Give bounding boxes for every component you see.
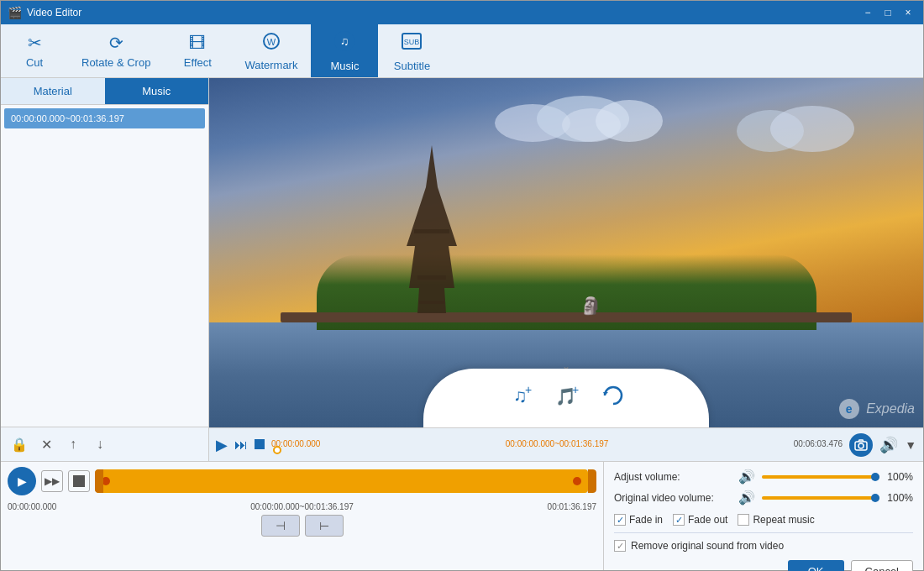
original-volume-thumb [871, 494, 879, 502]
track-controls: ▶ ▶▶ [8, 467, 596, 495]
fade-out-checkbox[interactable] [673, 514, 685, 526]
adjust-volume-slider[interactable] [762, 475, 879, 479]
track-start-time: 00:00:00.000 [8, 502, 56, 511]
original-volume-fill [762, 496, 879, 500]
tab-subtitle-label: Subtitle [394, 60, 430, 72]
remove-sound-label: Remove original sound from video [631, 540, 784, 552]
add-music-transport-button[interactable]: ♫ + [507, 382, 533, 414]
tab-cut[interactable]: ✂ Cut [1, 24, 68, 77]
bridge [281, 312, 852, 322]
add-music-icon: ♫ + [507, 382, 533, 409]
track-fill [95, 469, 588, 493]
move-up-button[interactable]: ↑ [61, 432, 85, 456]
fade-in-item: Fade in [614, 514, 663, 526]
tab-effect[interactable]: 🎞 Effect [164, 24, 231, 77]
up-arrow-icon: ↑ [70, 437, 76, 452]
timeline-expand-button[interactable]: ▼ [905, 438, 916, 452]
lock-icon: 🔒 [11, 437, 28, 453]
fade-in-checkbox[interactable] [614, 514, 626, 526]
settings-panel: Adjust volume: 🔊 100% Original video vol… [604, 462, 923, 570]
restore-button[interactable]: □ [879, 5, 896, 20]
timeline-labels: 00:00:00.000 00:00:00.000~00:01:36.197 0… [271, 439, 843, 448]
app-icon: 🎬 [8, 6, 22, 19]
title-bar: 🎬 Video Editor − □ × [1, 1, 923, 24]
refresh-icon [601, 383, 626, 408]
timeline-track-container: 00:00:00.000 00:00:00.000~00:01:36.197 0… [271, 439, 843, 450]
tab-subtitle[interactable]: SUB Subtitle [378, 24, 445, 77]
adjust-volume-label: Adjust volume: [614, 471, 732, 483]
cancel-button[interactable]: Cancel [851, 560, 913, 571]
watermark-text: Expedia [866, 401, 915, 416]
transport-bump: ♫ + 🎵 + [423, 369, 709, 427]
track-fast-forward-button[interactable]: ▶▶ [41, 470, 63, 492]
timeline-end-label: 00:06:03.476 [794, 439, 843, 448]
rotate-icon: ⟳ [109, 33, 123, 53]
clouds [495, 96, 663, 163]
tab-music-label: Music [330, 60, 359, 72]
track-timeline[interactable] [95, 469, 596, 493]
track-play-icon: ▶ [18, 474, 27, 488]
tab-effect-label: Effect [184, 56, 212, 69]
video-preview: 🗿 e Expedia ⌄ ♫ + [209, 78, 923, 427]
repeat-music-checkbox[interactable] [738, 514, 749, 526]
repeat-music-item: Repeat music [738, 514, 814, 526]
panel-tab-music[interactable]: Music [105, 78, 209, 104]
track-handle-left[interactable] [95, 469, 103, 493]
play-button[interactable]: ▶ [216, 436, 228, 454]
timeline-thumb [273, 446, 281, 454]
subtitle-icon: SUB [401, 30, 423, 56]
lock-button[interactable]: 🔒 [8, 432, 31, 456]
original-volume-label: Original video volume: [614, 492, 732, 504]
timeline-volume-button[interactable]: 🔊 [879, 436, 898, 454]
tab-cut-label: Cut [26, 56, 43, 69]
ok-button[interactable]: OK [788, 560, 844, 571]
expedia-icon: e [839, 399, 859, 419]
statue: 🗿 [580, 296, 601, 316]
track-timestamps: 00:00:00.000 00:00:00.000~00:01:36.197 0… [8, 502, 596, 511]
tab-rotate-crop[interactable]: ⟳ Rotate & Crop [68, 24, 164, 77]
clouds-right [737, 106, 888, 173]
svg-rect-9 [419, 301, 444, 304]
fade-out-label: Fade out [688, 514, 727, 526]
down-arrow-icon: ↓ [97, 437, 103, 452]
panel-tabs: Material Music [1, 78, 208, 105]
file-item[interactable]: 00:00:00.000~00:01:36.197 [4, 108, 205, 128]
close-button[interactable]: × [900, 5, 916, 20]
delete-icon: ✕ [41, 437, 52, 453]
trim-right-button[interactable]: ⊢ [305, 515, 344, 537]
refresh-transport-button[interactable] [601, 383, 626, 413]
track-end-time: 00:01:36.197 [548, 502, 596, 511]
add-beat-transport-button[interactable]: 🎵 + [554, 382, 580, 414]
tab-watermark[interactable]: W Watermark [231, 24, 311, 77]
track-play-button[interactable]: ▶ [8, 467, 36, 495]
main-content: Material Music 00:00:00.000~00:01:36.197… [1, 78, 923, 461]
stop-icon [255, 439, 265, 449]
svg-text:SUB: SUB [404, 38, 420, 46]
tab-rotate-crop-label: Rotate & Crop [81, 56, 150, 69]
original-volume-value: 100% [886, 492, 913, 504]
video-area: 🗿 e Expedia ⌄ ♫ + [209, 78, 923, 461]
remove-sound-checkbox[interactable] [614, 540, 626, 552]
tab-music[interactable]: ♫ Music [311, 24, 378, 77]
repeat-music-label: Repeat music [753, 514, 814, 526]
screenshot-button[interactable] [849, 433, 873, 457]
adjust-volume-fill [762, 475, 879, 479]
move-down-button[interactable]: ↓ [88, 432, 112, 456]
track-stop-button[interactable] [68, 470, 90, 492]
track-handle-right[interactable] [588, 469, 596, 493]
track-ff-icon: ▶▶ [45, 475, 60, 487]
watermark-icon: W [261, 31, 281, 55]
original-volume-icon: 🔊 [738, 490, 755, 506]
track-dot-right [573, 477, 581, 485]
add-beat-icon: 🎵 + [554, 382, 580, 409]
panel-tab-material[interactable]: Material [1, 78, 105, 104]
next-frame-button[interactable]: ⏭ [234, 437, 248, 453]
svg-text:♫: ♫ [340, 34, 349, 48]
stop-timeline-button[interactable] [255, 438, 265, 452]
delete-button[interactable]: ✕ [34, 432, 58, 456]
trim-left-button[interactable]: ⊣ [261, 515, 300, 537]
original-volume-slider[interactable] [762, 496, 879, 500]
minimize-button[interactable]: − [859, 5, 876, 20]
panel-content: 00:00:00.000~00:01:36.197 [1, 105, 208, 427]
original-volume-row: Original video volume: 🔊 100% [614, 490, 913, 506]
